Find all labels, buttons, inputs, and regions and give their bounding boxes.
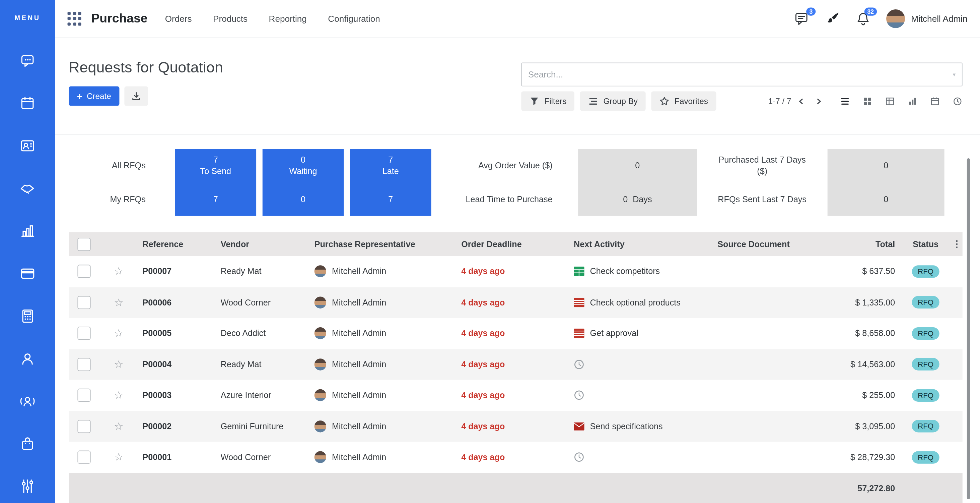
table-row[interactable]: ☆ P00005 Deco Addict Mitchell Admin 4 da… xyxy=(68,318,962,349)
row-checkbox[interactable] xyxy=(77,296,91,309)
user-icon[interactable] xyxy=(19,350,36,367)
row-checkbox[interactable] xyxy=(77,420,91,433)
contacts-icon[interactable] xyxy=(19,138,36,154)
total-cell: $ 28,729.30 xyxy=(831,442,900,473)
row-checkbox[interactable] xyxy=(77,265,91,278)
source-cell xyxy=(710,442,831,473)
sales-chart-icon[interactable] xyxy=(19,223,36,239)
credit-card-icon[interactable] xyxy=(19,265,36,282)
favorite-star-icon[interactable]: ☆ xyxy=(114,327,123,340)
favorite-star-icon[interactable]: ☆ xyxy=(114,296,123,309)
optional-columns-icon[interactable]: ⋮ xyxy=(951,232,963,256)
rep-cell: Mitchell Admin xyxy=(306,349,453,380)
notifications-bell-icon[interactable]: 32 xyxy=(855,11,870,26)
source-cell xyxy=(710,411,831,442)
activity-cell[interactable] xyxy=(566,380,710,411)
reference-cell: P00002 xyxy=(134,411,212,442)
row-checkbox[interactable] xyxy=(77,389,91,402)
row-checkbox[interactable] xyxy=(77,327,91,340)
header-reference[interactable]: Reference xyxy=(134,232,212,256)
favorite-star-icon[interactable]: ☆ xyxy=(114,451,123,464)
search-caret-icon[interactable]: ▾ xyxy=(953,72,956,78)
header-source[interactable]: Source Document xyxy=(710,232,831,256)
row-checkbox[interactable] xyxy=(77,358,91,371)
activity-cell[interactable]: Send specifications xyxy=(566,411,710,442)
table-row[interactable]: ☆ P00006 Wood Corner Mitchell Admin 4 da… xyxy=(68,287,962,318)
pivot-view-icon[interactable] xyxy=(885,96,895,106)
activity-view-icon[interactable] xyxy=(953,96,963,106)
header-status[interactable]: Status xyxy=(900,232,951,256)
activity-cell[interactable]: Check optional products xyxy=(566,287,710,318)
export-button[interactable] xyxy=(124,86,148,106)
group-by-button[interactable]: Group By xyxy=(580,91,646,111)
settings-sliders-icon[interactable] xyxy=(19,478,36,495)
header-total[interactable]: Total xyxy=(831,232,900,256)
deadline-cell: 4 days ago xyxy=(453,380,566,411)
table-row[interactable]: ☆ P00003 Azure Interior Mitchell Admin 4… xyxy=(68,380,962,411)
header-rep[interactable]: Purchase Representative xyxy=(306,232,453,256)
handshake-icon[interactable] xyxy=(19,180,36,196)
calendar-view-icon[interactable] xyxy=(930,96,940,106)
messages-icon[interactable]: 3 xyxy=(794,11,809,26)
row-checkbox[interactable] xyxy=(77,451,91,464)
pager-previous-button[interactable] xyxy=(794,95,809,107)
last7-tile[interactable]: 0 0 xyxy=(827,149,945,216)
tile-late[interactable]: 7 Late 7 xyxy=(350,149,431,216)
user-menu[interactable]: Mitchell Admin xyxy=(886,9,967,28)
customers-icon[interactable] xyxy=(19,393,36,409)
purchase-bag-icon[interactable] xyxy=(19,436,36,452)
table-row[interactable]: ☆ P00001 Wood Corner Mitchell Admin 4 da… xyxy=(68,442,962,473)
brush-icon[interactable] xyxy=(825,11,840,26)
calendar-icon[interactable] xyxy=(19,95,36,112)
activity-clock-icon xyxy=(574,359,584,370)
tile-waiting[interactable]: 0 Waiting 0 xyxy=(262,149,344,216)
pager-next-button[interactable] xyxy=(811,95,826,107)
table-row[interactable]: ☆ P00007 Ready Mat Mitchell Admin 4 days… xyxy=(68,256,962,287)
kanban-view-icon[interactable] xyxy=(862,96,872,106)
discuss-icon[interactable] xyxy=(19,53,36,69)
activity-cell[interactable] xyxy=(566,442,710,473)
table-row[interactable]: ☆ P00002 Gemini Furniture Mitchell Admin… xyxy=(68,411,962,442)
table-footer-row: 57,272.80 xyxy=(68,473,962,503)
status-badge: RFQ xyxy=(912,327,939,339)
rep-avatar xyxy=(315,265,326,277)
tile-to-send[interactable]: 7 To Send 7 xyxy=(175,149,256,216)
waiting-label: Waiting xyxy=(289,167,317,176)
favorites-button[interactable]: Favorites xyxy=(651,91,716,111)
activity-cell[interactable]: Get approval xyxy=(566,318,710,349)
create-button[interactable]: + Create xyxy=(68,86,119,106)
to-send-all-value: 7 xyxy=(213,155,218,164)
screen: MENU Purchase Orders Products Re xyxy=(0,0,980,503)
menu-orders[interactable]: Orders xyxy=(165,13,192,24)
calculator-icon[interactable] xyxy=(19,308,36,324)
header-activity[interactable]: Next Activity xyxy=(566,232,710,256)
filters-label: Filters xyxy=(544,96,566,105)
menu-products[interactable]: Products xyxy=(213,13,248,24)
activity-cell[interactable] xyxy=(566,349,710,380)
select-all-checkbox[interactable] xyxy=(77,238,91,251)
favorite-star-icon[interactable]: ☆ xyxy=(114,265,123,278)
vertical-scrollbar[interactable] xyxy=(967,158,970,499)
favorite-star-icon[interactable]: ☆ xyxy=(114,420,123,433)
plus-icon: + xyxy=(77,91,83,101)
table-row[interactable]: ☆ P00004 Ready Mat Mitchell Admin 4 days… xyxy=(68,349,962,380)
user-avatar xyxy=(886,9,905,28)
header-deadline[interactable]: Order Deadline xyxy=(453,232,566,256)
header-vendor[interactable]: Vendor xyxy=(212,232,306,256)
rep-avatar xyxy=(315,451,326,463)
favorite-star-icon[interactable]: ☆ xyxy=(114,358,123,371)
list-view-icon[interactable] xyxy=(840,96,850,106)
all-rfqs-filter[interactable]: All RFQs xyxy=(68,149,146,182)
avg-lead-tile[interactable]: 0 0 Days xyxy=(578,149,697,216)
apps-grid-icon[interactable] xyxy=(68,12,81,26)
rfq-list: Reference Vendor Purchase Representative… xyxy=(68,232,962,503)
filters-button[interactable]: Filters xyxy=(521,91,574,111)
menu-configuration[interactable]: Configuration xyxy=(328,13,380,24)
search-input[interactable] xyxy=(528,69,953,80)
activity-list-red-icon xyxy=(574,329,584,338)
activity-cell[interactable]: Check competitors xyxy=(566,256,710,287)
my-rfqs-filter[interactable]: My RFQs xyxy=(68,182,146,216)
graph-view-icon[interactable] xyxy=(908,96,918,106)
favorite-star-icon[interactable]: ☆ xyxy=(114,389,123,402)
menu-reporting[interactable]: Reporting xyxy=(269,13,307,24)
